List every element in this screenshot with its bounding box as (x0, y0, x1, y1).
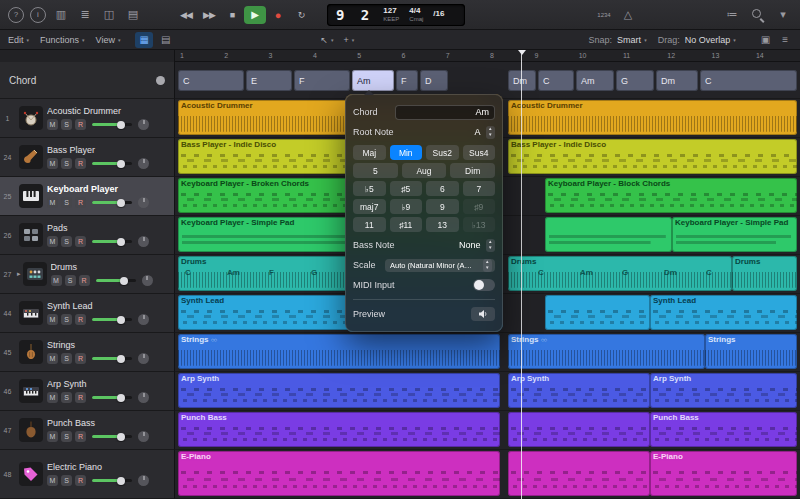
solo-button[interactable]: S (61, 431, 72, 442)
chord-option-maj7[interactable]: maj7 (353, 199, 386, 214)
metronome-icon[interactable]: △ (619, 6, 637, 24)
chord-cell[interactable]: E (246, 70, 292, 91)
scale-popup-menu[interactable]: Auto (Natural Minor (A… ▲▼ (385, 259, 495, 272)
record-enable-button[interactable]: R (75, 353, 86, 364)
pan-knob[interactable] (138, 197, 149, 208)
track-name[interactable]: Punch Bass (47, 418, 170, 428)
solo-button[interactable]: S (61, 236, 72, 247)
pan-knob[interactable] (138, 119, 149, 130)
region[interactable]: Arp Synth (508, 373, 650, 408)
view-menu[interactable]: View ▾ (96, 35, 121, 45)
waveform-zoom-icon[interactable]: ▣ (757, 32, 774, 48)
chord-option-sus2[interactable]: Sus2 (426, 145, 459, 160)
editors-icon[interactable]: ▤ (124, 6, 142, 24)
solo-button[interactable]: S (61, 475, 72, 486)
midi-input-toggle[interactable] (473, 279, 495, 291)
pan-knob[interactable] (142, 275, 153, 286)
record-enable-button[interactable]: R (75, 431, 86, 442)
mute-button[interactable]: M (47, 475, 58, 486)
track-header[interactable]: 46Arp SynthMSR (0, 372, 175, 411)
count-in-icon[interactable]: 1234 (595, 6, 613, 24)
region[interactable]: Arp Synth (178, 373, 500, 408)
chord-cell[interactable]: F (396, 70, 418, 91)
command-click-tool-menu[interactable]: +▾ (343, 35, 354, 45)
region[interactable]: Keyboard Player - Block Chords (545, 178, 797, 213)
record-enable-button[interactable]: R (75, 119, 86, 130)
region[interactable] (545, 217, 672, 252)
track-header[interactable]: 44Synth LeadMSR (0, 294, 175, 333)
track-name[interactable]: Acoustic Drummer (47, 106, 170, 116)
snap-menu[interactable]: Smart ▾ (617, 35, 647, 45)
solo-button[interactable]: S (61, 119, 72, 130)
disclosure-triangle-icon[interactable]: ▸ (17, 270, 21, 278)
list-editors-icon[interactable]: ≔ (723, 6, 741, 24)
track-header[interactable]: 26PadsMSR (0, 216, 175, 255)
volume-slider[interactable] (92, 123, 132, 126)
chord-cell[interactable]: C (538, 70, 574, 91)
region[interactable]: E-Piano (650, 451, 797, 496)
track-name[interactable]: Arp Synth (47, 379, 170, 389)
region[interactable]: Punch Bass (650, 412, 797, 447)
chord-cell[interactable]: G (616, 70, 654, 91)
edit-menu[interactable]: Edit ▾ (8, 35, 29, 45)
track-name[interactable]: Drums (51, 262, 170, 272)
region[interactable]: Drums (732, 256, 797, 291)
track-header[interactable]: 27▸DrumsMSR (0, 255, 175, 294)
chord-option-♭9[interactable]: ♭9 (390, 199, 423, 214)
solo-button[interactable]: S (61, 158, 72, 169)
lcd-display[interactable]: 9 2 127 KEEP 4/4 Cmaj /16 (327, 4, 465, 26)
pan-knob[interactable] (138, 158, 149, 169)
track-header[interactable]: 45StringsMSR (0, 333, 175, 372)
solo-button[interactable]: S (61, 314, 72, 325)
record-enable-button[interactable]: R (75, 197, 86, 208)
track-header[interactable]: 1Acoustic DrummerMSR (0, 99, 175, 138)
volume-slider[interactable] (92, 479, 132, 482)
chord-cell[interactable]: C (178, 70, 244, 91)
track-name[interactable]: Pads (47, 223, 170, 233)
bass-note-stepper[interactable]: ▲ ▼ (486, 239, 495, 252)
solo-button[interactable]: S (61, 353, 72, 364)
region[interactable]: Keyboard Player - Simple Pad (672, 217, 797, 252)
control-bar-chevron-icon[interactable]: ▾ (774, 6, 792, 24)
mute-button[interactable]: M (47, 119, 58, 130)
root-note-stepper[interactable]: ▲ ▼ (486, 126, 495, 139)
chord-option-sus4[interactable]: Sus4 (463, 145, 496, 160)
record-enable-button[interactable]: R (75, 392, 86, 403)
track-name[interactable]: Strings (47, 340, 170, 350)
mute-button[interactable]: M (47, 236, 58, 247)
quick-help-icon[interactable]: ? (8, 7, 24, 23)
chord-option-maj[interactable]: Maj (353, 145, 386, 160)
mute-button[interactable]: M (47, 392, 58, 403)
record-enable-button[interactable]: R (75, 314, 86, 325)
volume-slider[interactable] (92, 162, 132, 165)
region[interactable]: Arp Synth (650, 373, 797, 408)
chord-cell[interactable]: Dm (656, 70, 698, 91)
chord-cell[interactable]: Dm (508, 70, 536, 91)
volume-slider[interactable] (92, 240, 132, 243)
region[interactable] (545, 295, 650, 330)
record-enable-button[interactable]: R (75, 158, 86, 169)
chord-option-♯11[interactable]: ♯11 (390, 217, 423, 232)
chord-option-dim[interactable]: Dim (450, 163, 495, 178)
region[interactable]: DrumsCAmGDmC (508, 256, 732, 291)
mute-button[interactable]: M (47, 197, 58, 208)
rewind-button[interactable]: ◀◀ (175, 6, 197, 24)
mute-button[interactable]: M (51, 275, 62, 286)
volume-slider[interactable] (92, 201, 132, 204)
functions-menu[interactable]: Functions ▾ (40, 35, 85, 45)
stop-button[interactable]: ■ (221, 6, 243, 24)
region[interactable]: Strings ○○ (178, 334, 500, 369)
track-name[interactable]: Keyboard Player (47, 184, 170, 194)
chord-option-5[interactable]: 5 (353, 163, 398, 178)
chord-option-♯9[interactable]: ♯9 (463, 199, 496, 214)
chord-option-aug[interactable]: Aug (402, 163, 447, 178)
mixer-icon[interactable]: ≣ (76, 6, 94, 24)
region[interactable]: Strings ○○ (508, 334, 705, 369)
zoom-menu-icon[interactable]: ≡ (778, 32, 792, 48)
playhead[interactable] (521, 50, 522, 499)
region[interactable]: Synth Lead (650, 295, 797, 330)
volume-slider[interactable] (92, 396, 132, 399)
mute-button[interactable]: M (47, 314, 58, 325)
chord-option-♭13[interactable]: ♭13 (463, 217, 496, 232)
chord-option-9[interactable]: 9 (426, 199, 459, 214)
